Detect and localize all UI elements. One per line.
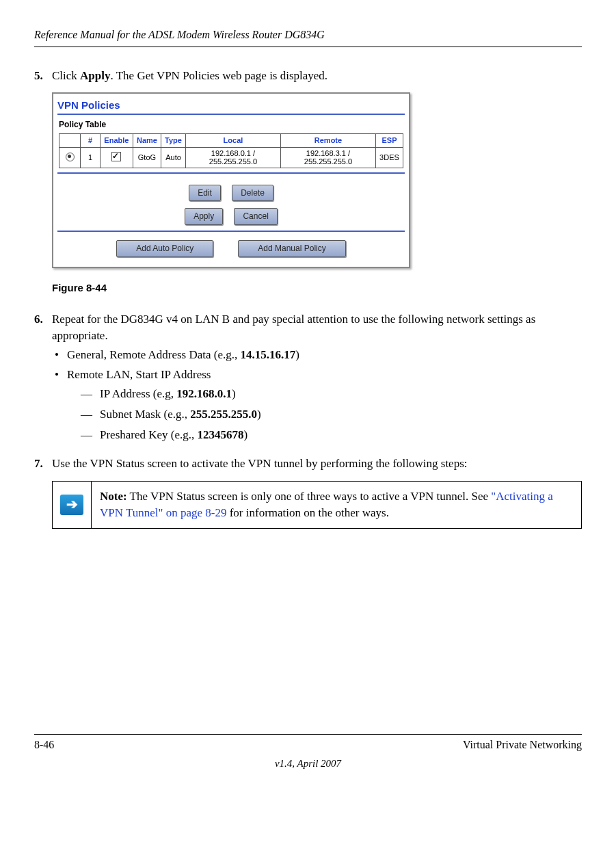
footer-right: Virtual Private Networking [463, 737, 582, 752]
checkbox-icon[interactable] [111, 152, 121, 161]
step-body: Click Apply. The Get VPN Policies web pa… [52, 68, 582, 84]
row-esp: 3DES [375, 148, 403, 168]
step5-bold: Apply [80, 69, 110, 82]
page-footer: 8-46 Virtual Private Networking [34, 734, 582, 752]
dash-subnet-mask: Subnet Mask (e.g., 255.255.255.0) [81, 406, 582, 423]
footer-left: 8-46 [34, 737, 54, 752]
note-body2: for information on the other ways. [226, 506, 388, 519]
dash3-post: ) [244, 428, 248, 441]
col-name: Name [133, 133, 161, 147]
step5-suffix: . The Get VPN Policies web page is displ… [111, 69, 328, 82]
step-7: 7. Use the VPN Status screen to activate… [34, 456, 582, 472]
dash2-post: ) [257, 408, 261, 421]
dash-ip-address: IP Address (e.g, 192.168.0.1) [81, 386, 582, 402]
policy-table-label: Policy Table [53, 119, 409, 133]
apply-button[interactable]: Apply [185, 208, 223, 225]
row-name: GtoG [133, 148, 161, 168]
arrow-right-icon [60, 495, 83, 515]
step-6: 6. Repeat for the DG834G v4 on LAN B and… [34, 311, 582, 447]
cancel-button[interactable]: Cancel [234, 208, 277, 225]
table-row: 1 GtoG Auto 192.168.0.1 / 255.255.255.0 … [59, 148, 403, 168]
dash3-bold: 12345678 [198, 428, 244, 441]
col-enable: Enable [101, 133, 133, 147]
bullet1-bold: 14.15.16.17 [241, 348, 296, 361]
row-remote: 192.168.3.1 / 255.255.255.0 [280, 148, 375, 168]
bullet1-pre: General, Remote Address Data (e.g., [67, 348, 241, 361]
figure-caption: Figure 8-44 [52, 280, 582, 295]
row-enable[interactable] [101, 148, 133, 168]
step-number: 5. [34, 68, 52, 84]
note-lead: Note: [100, 490, 127, 503]
bullet2-text: Remote LAN, Start IP Address [67, 368, 211, 381]
vpn-policies-title: VPN Policies [53, 94, 409, 114]
step-number: 7. [34, 456, 52, 472]
bullet-remote-lan: Remote LAN, Start IP Address IP Address … [52, 367, 582, 443]
dash1-pre: IP Address (e.g, [100, 387, 176, 400]
row-radio[interactable] [59, 148, 81, 168]
add-manual-policy-button[interactable]: Add Manual Policy [238, 240, 345, 257]
step-number: 6. [34, 311, 52, 447]
bullet-remote-address: General, Remote Address Data (e.g., 14.1… [52, 347, 582, 363]
note-box: Note: The VPN Status screen is only one … [52, 481, 582, 529]
step-body: Use the VPN Status screen to activate th… [52, 456, 582, 472]
note-text: Note: The VPN Status screen is only one … [92, 482, 582, 529]
dash-preshared-key: Preshared Key (e.g., 12345678) [81, 427, 582, 443]
step5-prefix: Click [52, 69, 80, 82]
col-esp: ESP [375, 133, 403, 147]
dash1-post: ) [232, 387, 236, 400]
dash2-bold: 255.255.255.0 [190, 408, 257, 421]
add-auto-policy-button[interactable]: Add Auto Policy [116, 240, 213, 257]
dash1-bold: 192.168.0.1 [176, 387, 232, 400]
note-body1: The VPN Status screen is only one of thr… [127, 490, 492, 503]
policy-table: # Enable Name Type Local Remote ESP 1 Gt… [59, 133, 403, 168]
step6-text: Repeat for the DG834G v4 on LAN B and pa… [52, 311, 582, 344]
col-type: Type [161, 133, 186, 147]
row-local: 192.168.0.1 / 255.255.255.0 [185, 148, 280, 168]
edit-button[interactable]: Edit [189, 185, 221, 202]
col-num: # [81, 133, 101, 147]
col-local: Local [185, 133, 280, 147]
dash3-pre: Preshared Key (e.g., [100, 428, 198, 441]
step-body: Repeat for the DG834G v4 on LAN B and pa… [52, 311, 582, 447]
col-remote: Remote [280, 133, 375, 147]
dash2-pre: Subnet Mask (e.g., [100, 408, 190, 421]
bullet1-post: ) [295, 348, 299, 361]
radio-icon[interactable] [66, 153, 75, 161]
vpn-policies-figure: VPN Policies Policy Table # Enable Name … [52, 92, 410, 268]
row-num: 1 [81, 148, 101, 168]
note-icon-cell [53, 482, 92, 529]
document-header: Reference Manual for the ADSL Modem Wire… [34, 27, 582, 47]
footer-center: v1.4, April 2007 [34, 757, 582, 771]
col-radio [59, 133, 81, 147]
step-5: 5. Click Apply. The Get VPN Policies web… [34, 68, 582, 84]
delete-button[interactable]: Delete [232, 185, 273, 202]
row-type: Auto [161, 148, 186, 168]
